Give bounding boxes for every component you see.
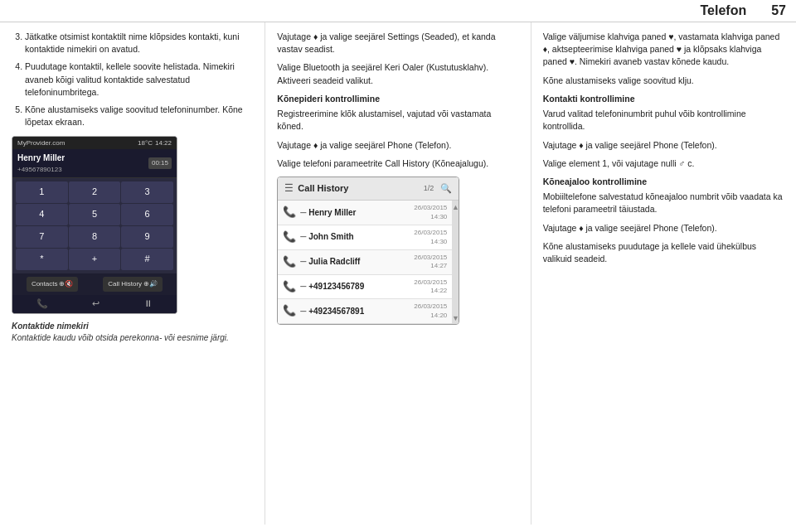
dial-key-9[interactable]: 9 xyxy=(121,226,173,248)
phone-statusbar: MyProvider.com 18°C 14:22 xyxy=(12,137,177,150)
col2-subsection1-title: Kõnepideri kontrollimine xyxy=(277,93,518,105)
call-date-3: 26/03/2015 14:27 xyxy=(414,254,447,271)
contacts-icons: ⊕🔇 xyxy=(59,279,73,289)
col3-para5: Vajutage ♦ ja valige seejärel Phone (Tel… xyxy=(543,222,784,235)
col3-para3: Vajutage ♦ ja valige seejärel Phone (Tel… xyxy=(543,139,784,152)
phone-bottom-controls: 📞 ↩ ⏸ xyxy=(12,295,177,313)
scrollbar[interactable]: ▲ ▼ xyxy=(452,201,459,324)
caller-name-2: ─ John Smith xyxy=(300,231,414,244)
col3-para1: Valige väljumise klahviga paned ♥, vasta… xyxy=(543,31,784,69)
call-icon-5: 📞 xyxy=(283,303,296,319)
call-history-mockup: ☰ Call History 1/2 🔍 📞 ─ Henry Miller xyxy=(277,177,459,325)
call-icon-1: 📞 xyxy=(283,205,296,220)
call-history-icons: ⊕🔊 xyxy=(143,279,158,289)
search-icon[interactable]: 🔍 xyxy=(440,182,452,196)
call-icon-2: 📞 xyxy=(283,230,296,245)
dial-key-8[interactable]: 8 xyxy=(69,226,121,248)
col2-subsection1-text: Registreerimine klõk alustamisel, vajuta… xyxy=(277,108,518,133)
contact-name: Henry Miller xyxy=(17,152,65,165)
call-history-button[interactable]: Call History ⊕🔊 xyxy=(103,277,163,292)
dial-key-7[interactable]: 7 xyxy=(16,226,68,248)
column-1: Jätkatke otsimist kontaktilt nime klõpsi… xyxy=(0,22,265,525)
call-history-header: ☰ Call History 1/2 🔍 xyxy=(278,177,459,201)
phone-icon-pause[interactable]: ⏸ xyxy=(143,297,153,311)
col3-para6: Kõne alustamiseks puudutage ja kellele v… xyxy=(543,240,784,265)
col3-para4: Valige element 1, või vajutage nulli ♂ c… xyxy=(543,157,784,170)
col2-para1: Valige Bluetooth ja seejärel Keri Oaler … xyxy=(277,61,518,86)
col2-intro: Vajutage ♦ ja valige seejärel Settings (… xyxy=(277,31,518,56)
call-history-label: Call History xyxy=(108,279,142,289)
step-5: Kõne alustamiseks valige soovitud telefo… xyxy=(25,104,253,128)
phone-action-buttons: Contacts ⊕🔇 Call History ⊕🔊 xyxy=(12,273,177,295)
call-history-row[interactable]: 📞 ─ +49123456789 26/03/2015 14:22 xyxy=(278,275,452,300)
col2-para3: Valige telefoni parameetrite Call Histor… xyxy=(277,157,518,170)
call-history-row[interactable]: 📞 ─ Julia Radcliff 26/03/2015 14:27 xyxy=(278,250,452,275)
call-timer: 00:15 xyxy=(148,157,172,169)
main-content: Jätkatke otsimist kontaktilt nime klõpsi… xyxy=(0,22,796,525)
phone-icon-end[interactable]: ↩ xyxy=(92,297,100,311)
caller-name-4: ─ +49123456789 xyxy=(300,281,414,293)
page-number: 57 xyxy=(771,3,786,18)
caption-label: Kontaktide nimekiri xyxy=(12,322,89,331)
dial-key-0[interactable]: + xyxy=(69,249,121,270)
column-2: Vajutage ♦ ja valige seejärel Settings (… xyxy=(265,22,531,525)
dial-key-4[interactable]: 4 xyxy=(16,204,68,225)
dial-key-1[interactable]: 1 xyxy=(16,181,68,203)
dial-key-5[interactable]: 5 xyxy=(69,204,121,225)
temp-display: 18°C xyxy=(138,138,153,148)
col3-subsection1-text: Varud valitad telefoninumbrit puhul võib… xyxy=(543,108,784,133)
dial-key-hash[interactable]: # xyxy=(121,249,173,270)
dial-key-2[interactable]: 2 xyxy=(69,181,121,203)
contact-row: Henry Miller +49567890123 00:15 xyxy=(12,149,177,178)
scroll-down-icon[interactable]: ▼ xyxy=(452,313,459,324)
call-date-4: 26/03/2015 14:22 xyxy=(414,278,447,296)
step-3: Jätkatke otsimist kontaktilt nime klõpsi… xyxy=(25,31,253,56)
call-history-row[interactable]: 📞 ─ Henry Miller 26/03/2015 14:30 xyxy=(278,201,452,225)
call-history-row[interactable]: 📞 ─ John Smith 26/03/2015 14:30 xyxy=(278,225,452,250)
dialpad: 1 2 3 4 5 6 7 8 9 * + # xyxy=(12,178,177,273)
col2-para2: Vajutage ♦ ja valige seejärel Phone (Tel… xyxy=(277,139,518,152)
contacts-button[interactable]: Contacts ⊕🔇 xyxy=(27,277,79,292)
scroll-up-icon[interactable]: ▲ xyxy=(452,202,459,213)
statusbar-icons: 18°C 14:22 xyxy=(138,138,172,148)
dial-key-star[interactable]: * xyxy=(16,249,68,270)
page-title: Telefon xyxy=(701,3,747,18)
call-icon-3: 📞 xyxy=(283,254,296,270)
time-display: 14:22 xyxy=(155,138,172,148)
col3-para2: Kõne alustamiseks valige soovitud klju. xyxy=(543,75,784,87)
caller-name-1: ─ Henry Miller xyxy=(300,207,414,220)
call-history-row[interactable]: 📞 ─ +49234567891 26/03/2015 14:20 xyxy=(278,299,452,324)
call-history-icon: ☰ xyxy=(284,181,294,196)
step-4: Puudutage kontaktil, kellele soovite hel… xyxy=(25,60,253,99)
contacts-label: Contacts xyxy=(32,279,58,289)
contact-number: +49567890123 xyxy=(17,165,65,175)
col3-subsection2-text: Mobiiltelefone salvestatud kõneajaloo nu… xyxy=(543,191,784,215)
page-header: Telefon 57 xyxy=(0,0,796,22)
phone-mockup: MyProvider.com 18°C 14:22 Henry Miller +… xyxy=(12,136,177,314)
provider-label: MyProvider.com xyxy=(17,138,65,148)
column-3: Valige väljumise klahviga paned ♥, vasta… xyxy=(531,22,796,525)
dial-key-6[interactable]: 6 xyxy=(121,204,173,225)
call-icon-4: 📞 xyxy=(283,279,296,295)
caller-name-3: ─ Julia Radcliff xyxy=(300,256,414,268)
call-history-title: Call History xyxy=(298,182,348,196)
call-history-count: 1/2 xyxy=(424,183,434,194)
call-date-2: 26/03/2015 14:30 xyxy=(414,229,447,246)
col3-subsection1-title: Kontakti kontrollimine xyxy=(543,93,784,105)
steps-list: Jätkatke otsimist kontaktilt nime klõpsi… xyxy=(12,31,253,129)
caller-name-5: ─ +49234567891 xyxy=(300,306,414,318)
col3-subsection2-title: Kõneajaloo kontrollimine xyxy=(543,176,784,188)
call-date-1: 26/03/2015 14:30 xyxy=(414,204,447,221)
call-date-5: 26/03/2015 14:20 xyxy=(414,302,447,320)
phone-icon-call[interactable]: 📞 xyxy=(36,297,48,311)
dial-key-3[interactable]: 3 xyxy=(121,181,173,203)
caption-text: Kontaktide nimekiri Kontaktide kaudu või… xyxy=(12,321,253,344)
